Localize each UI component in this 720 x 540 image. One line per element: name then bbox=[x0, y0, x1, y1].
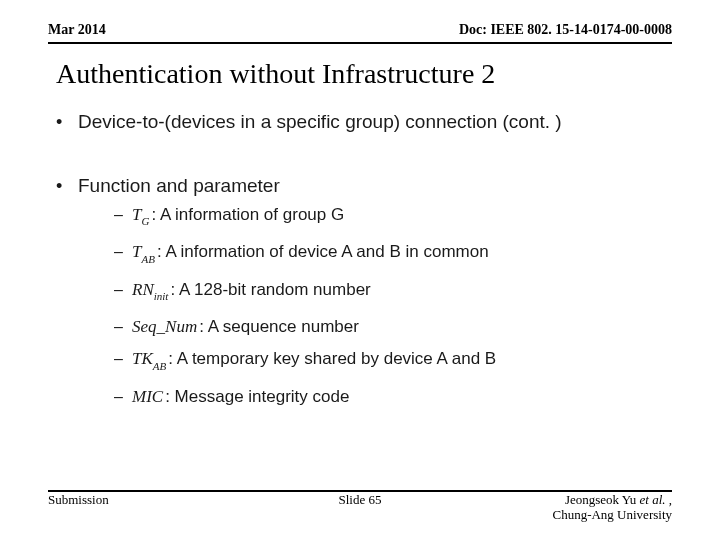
param-row-seq: – Seq_Num : A sequence number bbox=[114, 316, 672, 338]
param-row-tg: – TG : A information of group G bbox=[114, 204, 672, 231]
header-rule bbox=[48, 42, 672, 44]
param-symbol: MIC bbox=[132, 386, 163, 408]
param-desc: : A 128-bit random number bbox=[170, 279, 370, 301]
slide-content: • Device-to-(devices in a specific group… bbox=[56, 110, 672, 418]
param-desc: : A information of group G bbox=[151, 204, 344, 226]
bullet-dot-icon: • bbox=[56, 174, 78, 198]
param-desc: : A sequence number bbox=[199, 316, 359, 338]
bullet-dot-icon: • bbox=[56, 110, 78, 134]
bullet-1: • Device-to-(devices in a specific group… bbox=[56, 110, 672, 134]
footer-slide-number: Slide 65 bbox=[48, 492, 672, 508]
param-symbol: TG bbox=[132, 204, 149, 231]
footer: Submission Slide 65 Jeongseok Yu et al. … bbox=[48, 492, 672, 522]
dash-icon: – bbox=[114, 279, 132, 301]
dash-icon: – bbox=[114, 241, 132, 263]
header-date: Mar 2014 bbox=[48, 22, 106, 38]
param-symbol: TKAB bbox=[132, 348, 166, 375]
dash-icon: – bbox=[114, 386, 132, 408]
slide-title: Authentication without Infrastructure 2 bbox=[56, 58, 495, 90]
header-doc-id: Doc: IEEE 802. 15-14-0174-00-0008 bbox=[459, 22, 672, 38]
param-symbol: Seq_Num bbox=[132, 316, 197, 338]
param-row-rn: – RNinit : A 128-bit random number bbox=[114, 279, 672, 306]
dash-icon: – bbox=[114, 316, 132, 338]
param-desc: : A information of device A and B in com… bbox=[157, 241, 489, 263]
dash-icon: – bbox=[114, 204, 132, 226]
param-row-mic: – MIC : Message integrity code bbox=[114, 386, 672, 408]
param-desc: : Message integrity code bbox=[165, 386, 349, 408]
bullet-1-text: Device-to-(devices in a specific group) … bbox=[78, 110, 562, 134]
param-row-tab: – TAB : A information of device A and B … bbox=[114, 241, 672, 268]
param-symbol: RNinit bbox=[132, 279, 168, 306]
param-row-tk: – TKAB : A temporary key shared by devic… bbox=[114, 348, 672, 375]
bullet-2: • Function and parameter bbox=[56, 174, 672, 198]
param-symbol: TAB bbox=[132, 241, 155, 268]
bullet-2-text: Function and parameter bbox=[78, 174, 280, 198]
parameter-list: – TG : A information of group G – TAB : … bbox=[114, 204, 672, 408]
dash-icon: – bbox=[114, 348, 132, 370]
param-desc: : A temporary key shared by device A and… bbox=[168, 348, 496, 370]
